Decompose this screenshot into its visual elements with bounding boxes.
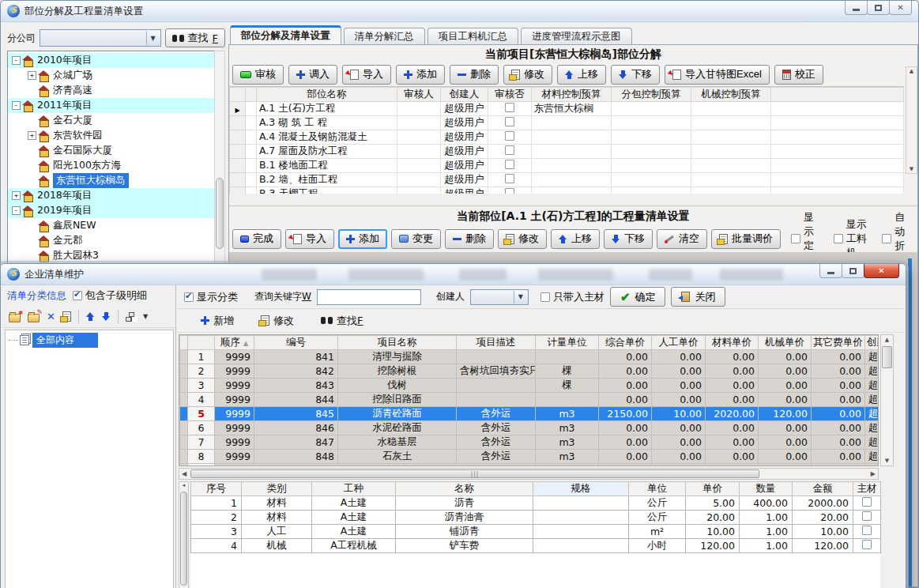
tree-item[interactable]: 胜大园林3 (8, 248, 224, 263)
audited-checkbox[interactable] (505, 174, 514, 183)
tree-item[interactable]: + 2018年项目 (8, 188, 224, 203)
new-folder-icon[interactable] (9, 314, 21, 322)
import-button[interactable]: 导入 (342, 65, 391, 85)
col-audited[interactable]: 审核否 (488, 88, 532, 102)
tree-item[interactable]: 鑫辰NEW (8, 218, 224, 233)
main-material-checkbox[interactable] (862, 511, 872, 521)
delete-button[interactable]: 删除 (450, 65, 499, 85)
col-part-name[interactable]: 部位名称 (257, 88, 397, 102)
col-material-budget[interactable]: 材料控制预算 (532, 88, 612, 102)
dialog-minimize-button[interactable] (819, 264, 842, 278)
col-auditor[interactable]: 审核人 (397, 88, 441, 102)
col-material-price[interactable]: 材料单价 (706, 336, 759, 350)
show-labor-checkbox[interactable] (834, 234, 843, 243)
list-row[interactable]: 9 9999 849 挖除结构物 0.00 0.00 0.00 0.00 (180, 464, 879, 467)
auto-wrap-checkbox[interactable] (882, 234, 891, 243)
part-row[interactable]: A.4 混凝土及钢筋混凝土 超级用户 (230, 130, 904, 145)
tab[interactable]: 清单分解汇总 (344, 28, 425, 44)
col-labor-price[interactable]: 人工单价 (652, 336, 706, 350)
list-row[interactable]: 5 9999 845 沥青砼路面 含外运 m3 2150.00 10.00 20… (180, 407, 879, 421)
col-item-name[interactable]: 项目名称 (338, 336, 457, 350)
show-category-checkbox[interactable] (184, 292, 194, 302)
arrow-down-icon[interactable] (102, 312, 111, 321)
part-row[interactable]: A.7 屋面及防水工程 超级用户 (230, 145, 904, 159)
tree-item[interactable]: 金元郡 (8, 233, 224, 248)
col-price[interactable]: 单价 (686, 482, 740, 496)
correct-button[interactable]: 校正 (774, 65, 823, 85)
main-material-checkbox[interactable] (862, 540, 872, 549)
import-list-button[interactable]: 导入 (285, 229, 334, 249)
only-main-option[interactable]: 只带入主材 (540, 290, 605, 304)
delete-icon[interactable]: ✕ (47, 312, 55, 322)
list-row[interactable]: 2 9999 842 挖除树根 含树坑回填夯实只 棵 0.00 0.00 0.0… (180, 364, 879, 379)
creator-combobox[interactable]: ▼ (470, 289, 529, 305)
tree-item[interactable]: 金石大厦 (8, 113, 224, 128)
tree-item[interactable]: - 2010年项目 (8, 53, 224, 68)
clear-button[interactable]: 清空 (657, 229, 707, 249)
list-row[interactable]: 7 9999 847 水稳基层 含外运 m3 0.00 0.00 0.00 (180, 435, 879, 450)
part-row[interactable]: A.3 砌 筑 工 程 超级用户 (230, 116, 904, 130)
part-row[interactable]: B.2 墙、柱面工程 超级用户 (230, 173, 904, 187)
list-row[interactable]: 8 9999 848 石灰土 含外运 m3 0.00 0.00 0.00 0 (180, 450, 879, 464)
col-creator[interactable]: 创建人 (441, 88, 488, 102)
col-creator[interactable]: 创建 (865, 336, 879, 350)
only-main-checkbox[interactable] (540, 292, 550, 302)
move-up-button[interactable]: 上移 (557, 65, 606, 85)
dialog-maximize-button[interactable] (842, 264, 864, 278)
move-up-list-button[interactable]: 上移 (551, 229, 600, 249)
audited-checkbox[interactable] (505, 145, 514, 155)
keyword-input[interactable] (317, 289, 421, 305)
hierarchy-icon[interactable] (126, 312, 136, 322)
tab[interactable]: 进度管理流程示意图 (521, 28, 632, 44)
audited-checkbox[interactable] (505, 103, 514, 112)
maximize-button[interactable] (867, 1, 890, 15)
col-comp-price[interactable]: 综合单价 (599, 336, 652, 350)
chevron-down-icon[interactable]: ▼ (514, 291, 527, 303)
pull-in-button[interactable]: 调入 (288, 65, 337, 85)
chevron-down-icon[interactable]: ▼ (146, 31, 160, 45)
branch-combobox[interactable]: ▼ (40, 29, 161, 47)
delete-list-button[interactable]: 删除 (445, 229, 494, 249)
arrow-up-icon[interactable] (86, 312, 95, 321)
dialog-close-button[interactable]: ✕ (864, 264, 899, 278)
tree-item[interactable]: - 2011年项目 (8, 98, 224, 113)
edit-folder-icon[interactable] (28, 314, 40, 322)
list-row[interactable]: 3 9999 843 伐树 棵 0.00 0.00 0.00 0.00 (180, 379, 879, 393)
new-item-button[interactable]: 新增 (201, 314, 234, 328)
add-list-button[interactable]: 添加 (338, 229, 387, 249)
list-row[interactable]: 1 9999 841 清理与掘除 0.00 0.00 0.00 0.00 (180, 350, 879, 364)
add-button[interactable]: 添加 (396, 65, 445, 85)
col-code[interactable]: 编号 (254, 336, 338, 350)
col-qty[interactable]: 数量 (740, 482, 793, 496)
list-row[interactable]: 6 9999 846 水泥砼路面 含外运 m3 0.00 0.00 0.00 (180, 421, 879, 435)
tree-expander-icon[interactable]: + (28, 131, 36, 140)
tree-item[interactable]: 东营恒大棕榈岛 (8, 173, 224, 188)
audited-checkbox[interactable] (505, 117, 514, 126)
move-down-list-button[interactable]: 下移 (604, 229, 653, 249)
tab[interactable]: 项目工料机汇总 (427, 28, 519, 44)
col-name[interactable]: 名称 (396, 482, 533, 496)
col-trade[interactable]: 工种 (312, 482, 396, 496)
col-sub-budget[interactable]: 分包控制预算 (612, 88, 691, 102)
include-children-option[interactable]: 包含子级明细 (73, 288, 147, 303)
minimize-button[interactable] (845, 1, 868, 15)
part-grid-scrollbar[interactable]: ▲▼ (906, 66, 917, 174)
audited-checkbox[interactable] (505, 131, 514, 141)
col-spec[interactable]: 规格 (533, 482, 629, 496)
edit-document-icon[interactable] (62, 311, 71, 322)
col-machine-budget[interactable]: 机械控制预算 (691, 88, 771, 102)
chevron-down-icon[interactable]: ▼ (143, 313, 148, 320)
main-material-checkbox[interactable] (862, 497, 872, 507)
tree-expander-icon[interactable]: - (12, 56, 21, 65)
find-project-button[interactable]: 查找F (165, 28, 225, 47)
audited-checkbox[interactable] (505, 188, 514, 194)
detail-row[interactable]: 1 材料 A土建 沥青 公斤 5.00 400.00 2000.00 (191, 496, 881, 511)
include-children-checkbox[interactable] (73, 291, 82, 300)
tree-expander-icon[interactable]: - (12, 206, 21, 215)
tree-item[interactable]: 阳光100东方海 (8, 158, 224, 173)
detail-row[interactable]: 2 材料 A土建 沥青油膏 公斤 20.00 1.00 20.00 (191, 511, 881, 525)
col-other-price[interactable]: 其它费单价 (812, 336, 865, 350)
detail-scrollbar[interactable]: ◂ (179, 481, 189, 588)
part-row[interactable]: B.1 楼地面工程 超级用户 (230, 159, 904, 173)
move-down-button[interactable]: 下移 (611, 65, 660, 85)
